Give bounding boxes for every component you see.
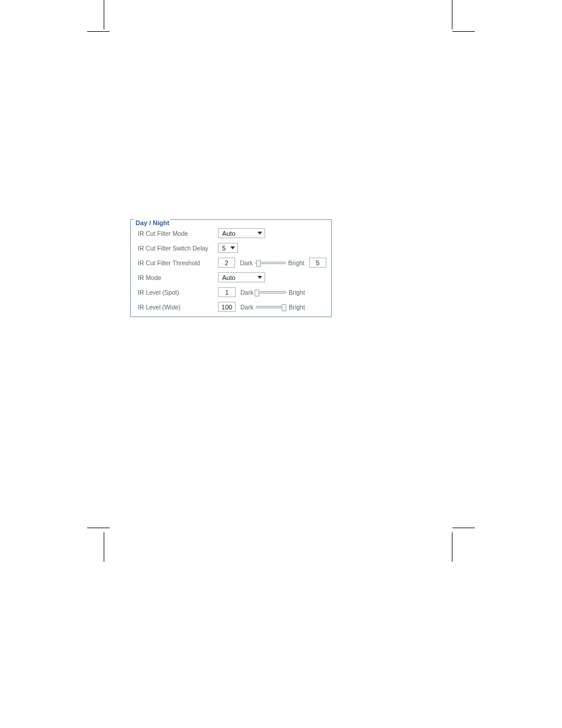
slider-track	[256, 291, 286, 294]
slider-thumb[interactable]	[282, 304, 286, 311]
day-night-panel: Day / Night IR Cut Filter Mode Auto IR C…	[130, 219, 332, 317]
panel-legend: Day / Night	[134, 219, 170, 226]
label-ir-mode: IR Mode	[135, 274, 218, 281]
slider-ir-level-wide[interactable]	[256, 303, 286, 311]
slider-ir-level-spot[interactable]	[256, 288, 286, 297]
select-value: Auto	[222, 230, 236, 237]
row-ir-cut-filter-switch-delay: IR Cut Filter Switch Delay 5	[135, 243, 326, 253]
select-value: 5	[222, 245, 226, 252]
crop-mark	[452, 528, 475, 528]
label-ir-cut-filter-threshold: IR Cut Filter Threshold	[135, 259, 218, 266]
chevron-down-icon	[257, 276, 262, 279]
select-value: Auto	[222, 274, 236, 281]
crop-mark	[104, 532, 104, 562]
row-ir-cut-filter-mode: IR Cut Filter Mode Auto	[135, 228, 326, 238]
slider-group-threshold: Dark Bright	[240, 259, 305, 267]
select-ir-mode[interactable]: Auto	[218, 272, 265, 282]
slider-thumb[interactable]	[256, 260, 261, 267]
crop-mark	[452, 31, 475, 32]
slider-ir-cut-filter-threshold[interactable]	[255, 259, 286, 267]
input-ir-level-spot[interactable]: 1	[218, 287, 236, 297]
slider-label-dark: Dark	[240, 289, 253, 296]
label-ir-level-wide: IR Level (Wide)	[135, 304, 218, 311]
input-ir-cut-filter-threshold-left[interactable]: 2	[218, 258, 235, 268]
row-ir-level-wide: IR Level (Wide) 100 Dark Bright	[135, 302, 326, 312]
row-ir-level-spot: IR Level (Spot) 1 Dark Bright	[135, 287, 326, 297]
chevron-down-icon	[230, 246, 235, 249]
label-ir-level-spot: IR Level (Spot)	[135, 289, 218, 296]
slider-label-dark: Dark	[240, 259, 253, 266]
crop-mark	[452, 532, 452, 562]
slider-label-bright: Bright	[289, 289, 305, 296]
label-ir-cut-filter-switch-delay: IR Cut Filter Switch Delay	[135, 245, 218, 252]
slider-thumb[interactable]	[254, 289, 259, 297]
label-ir-cut-filter-mode: IR Cut Filter Mode	[135, 230, 218, 237]
input-ir-cut-filter-threshold-right[interactable]: 5	[309, 258, 326, 268]
slider-group-spot: Dark Bright	[240, 288, 305, 297]
row-ir-cut-filter-threshold: IR Cut Filter Threshold 2 Dark Bright 5	[135, 258, 326, 268]
crop-mark	[87, 528, 110, 528]
slider-label-bright: Bright	[288, 259, 304, 266]
crop-mark	[87, 31, 110, 32]
select-ir-cut-filter-mode[interactable]: Auto	[218, 228, 265, 238]
crop-mark	[452, 0, 452, 29]
slider-label-bright: Bright	[289, 304, 305, 311]
input-ir-level-wide[interactable]: 100	[218, 302, 236, 312]
slider-group-wide: Dark Bright	[240, 303, 305, 311]
row-ir-mode: IR Mode Auto	[135, 272, 326, 282]
slider-label-dark: Dark	[240, 304, 253, 311]
select-ir-cut-filter-switch-delay[interactable]: 5	[218, 243, 238, 253]
chevron-down-icon	[257, 232, 262, 235]
crop-mark	[104, 0, 104, 29]
